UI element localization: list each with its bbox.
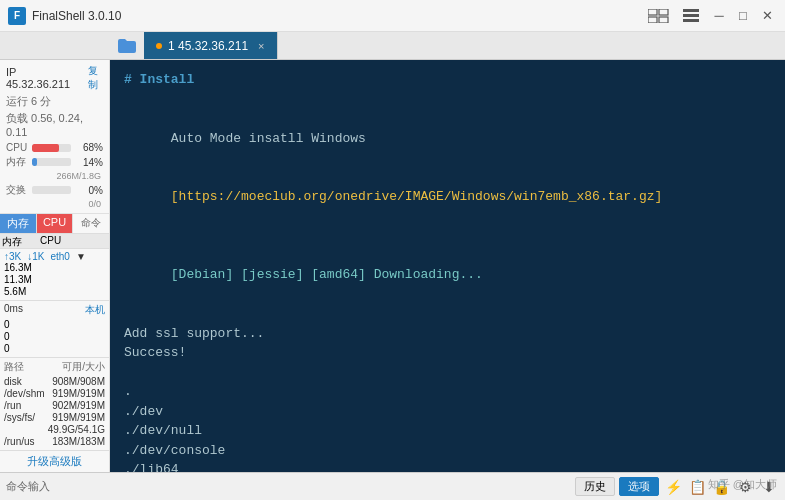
net-val-1: 16.3M [4,262,32,273]
disk-val: 908M/908M [52,376,105,387]
term-devnull: ./dev/null [124,421,771,441]
ping-row: 0 [4,331,105,342]
ping-header: 0ms 本机 [4,303,105,317]
net-iface-row: ↑3K ↓1K eth0 ▼ [4,251,105,262]
net-stat-2: 11.3M [4,274,105,285]
ip-address: IP 45.32.36.211 [6,66,83,90]
tab-mem[interactable]: 内存 [0,214,37,233]
disk-row: /run/us 183M/183M [4,436,105,447]
svg-rect-5 [683,14,699,17]
disk-row: /run 902M/919M [4,400,105,411]
clipboard-icon[interactable]: 📋 [687,477,707,497]
app-icon: F [8,7,26,25]
net-eth: eth0 [50,251,69,262]
list-view-icon[interactable] [677,6,705,26]
sidebar: IP 45.32.36.211 复制 运行 6 分 负载 0.56, 0.24,… [0,60,110,472]
term-line-blank3 [124,304,771,324]
upgrade-link[interactable]: 升级高级版 [0,450,109,472]
col-cpu-header: CPU [38,234,68,248]
tab-bar: 1 45.32.36.211 × [0,32,785,60]
cpu-metric: CPU 68% [6,142,103,153]
term-dot: . [124,382,771,402]
cpu-value: 68% [75,142,103,153]
svg-rect-1 [659,9,668,15]
disk-header-path: 路径 [4,360,24,374]
mem-label: 内存 [6,155,28,169]
net-val-3: 5.6M [4,286,26,297]
mem-value: 14% [75,157,103,168]
maximize-button[interactable]: □ [733,6,753,26]
history-btn[interactable]: 历史 [575,477,615,496]
mem-bar [32,158,37,166]
grid-view-icon[interactable] [645,6,673,26]
options-btn[interactable]: 选项 [619,477,659,496]
folder-icon[interactable] [110,32,144,59]
svg-rect-2 [648,17,657,23]
term-dev: ./dev [124,402,771,422]
disk-name: /dev/shm [4,388,52,399]
term-ssl: Add ssl support... [124,324,771,344]
disk-row: 49.9G/54.1G [4,424,105,435]
process-table: 内存 CPU 5.9M 0.7 sshd 6.5M 0 systemd 0 0 … [0,234,109,248]
tab-cpu[interactable]: CPU [37,214,74,233]
terminal[interactable]: # Install Auto Mode insatll Windows [htt… [110,60,785,472]
ping-rows: 0 0 0 [4,319,105,354]
disk-name: /run/us [4,436,52,447]
cpu-bar-bg [32,144,71,152]
term-line-blank [124,90,771,110]
net-val-2: 11.3M [4,274,32,285]
disk-val: 919M/919M [52,388,105,399]
disk-section: 路径 可用/大小 disk 908M/908M /dev/shm 919M/91… [0,357,109,450]
title-bar-left: F FinalShell 3.0.10 [8,7,121,25]
term-lib64: ./lib64 [124,460,771,472]
term-line-1: # Install [124,70,771,90]
disk-row: /sys/fs/ 919M/919M [4,412,105,423]
tab-label: 1 45.32.36.211 [168,39,248,53]
net-dropdown[interactable]: ▼ [76,251,86,262]
tab-cmd[interactable]: 命令 [73,214,109,233]
svg-rect-0 [648,9,657,15]
disk-val: 183M/183M [52,436,105,447]
term-line-3: Auto Mode insatll Windows [124,109,771,168]
mem-metric: 内存 14% [6,155,103,169]
app-title: FinalShell 3.0.10 [32,9,121,23]
svg-rect-3 [659,17,668,23]
ping-row: 0 [4,319,105,330]
tab-close-icon[interactable]: × [258,40,264,52]
mem-detail: 266M/1.8G [6,171,103,181]
term-url: [https://moeclub.org/onedrive/IMAGE/Wind… [171,189,662,204]
net-down: ↓1K [27,251,44,262]
swap-label: 交换 [6,183,28,197]
terminal-tab[interactable]: 1 45.32.36.211 × [144,32,278,59]
bottom-bar: 命令输入 历史 选项 ⚡ 📋 🔒 ⚙ ⬇ [0,472,785,500]
swap-detail: 0/0 [6,199,103,209]
net-stat-3: 5.6M [4,286,105,297]
copy-ip-button[interactable]: 复制 [83,64,103,92]
title-controls: ─ □ ✕ [645,6,777,26]
ip-row: IP 45.32.36.211 复制 [6,64,103,92]
close-button[interactable]: ✕ [757,6,777,26]
run-time: 运行 6 分 [6,94,103,109]
ping-section: 0ms 本机 0 0 0 [0,300,109,357]
disk-name: /sys/fs/ [4,412,52,423]
lightning-icon[interactable]: ⚡ [663,477,683,497]
disk-name [4,424,48,435]
watermark: 知乎 @知大师 [708,477,777,492]
net-up: ↑3K [4,251,21,262]
term-line-blank2 [124,226,771,246]
disk-val: 49.9G/54.1G [48,424,105,435]
disk-name: /run [4,400,52,411]
ping-value: 0ms [4,303,23,317]
term-debian: [Debian] [jessie] [amd64] Downloading... [171,267,483,282]
net-stat-1: 16.3M [4,262,105,273]
server-info: IP 45.32.36.211 复制 运行 6 分 负载 0.56, 0.24,… [0,60,109,214]
ping-sub: 本机 [85,303,105,317]
mem-bar-bg [32,158,71,166]
swap-value: 0% [75,185,103,196]
bottom-left: 命令输入 [6,479,50,494]
term-auto: Auto Mode insatll Windows [171,131,366,146]
svg-rect-4 [683,9,699,12]
swap-metric: 交换 0% [6,183,103,197]
col-mem-header: 内存 [0,234,38,248]
minimize-button[interactable]: ─ [709,6,729,26]
